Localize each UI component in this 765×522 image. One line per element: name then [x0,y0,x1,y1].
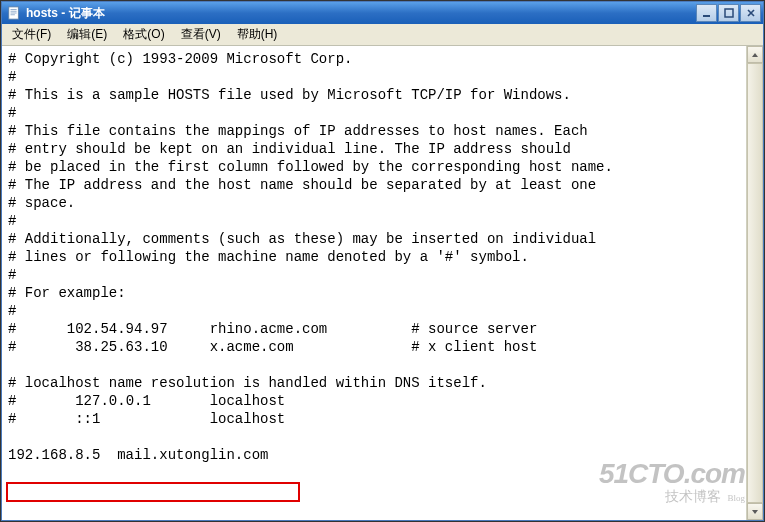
menu-file[interactable]: 文件(F) [4,24,59,45]
scroll-thumb[interactable] [747,63,763,503]
highlight-annotation [6,482,300,502]
menu-format[interactable]: 格式(O) [115,24,172,45]
menu-view[interactable]: 查看(V) [173,24,229,45]
editor-content[interactable]: # Copyright (c) 1993-2009 Microsoft Corp… [2,46,763,468]
notepad-icon [6,5,22,21]
svg-marker-10 [752,510,758,514]
maximize-button[interactable] [718,4,739,22]
minimize-button[interactable] [696,4,717,22]
notepad-window: hosts - 记事本 文件(F) 编辑(E) 格式(O) 查看(V) 帮助(H… [1,1,764,521]
scroll-up-button[interactable] [747,46,763,63]
close-button[interactable] [740,4,761,22]
menubar: 文件(F) 编辑(E) 格式(O) 查看(V) 帮助(H) [2,24,763,46]
watermark-sub: 技术博客Blog [599,488,745,506]
svg-rect-5 [703,15,710,17]
scroll-track[interactable] [747,63,763,503]
menu-help[interactable]: 帮助(H) [229,24,286,45]
menu-edit[interactable]: 编辑(E) [59,24,115,45]
svg-rect-6 [725,9,733,17]
scroll-down-button[interactable] [747,503,763,520]
editor-area[interactable]: # Copyright (c) 1993-2009 Microsoft Corp… [2,46,763,520]
window-controls [696,4,761,22]
svg-marker-9 [752,53,758,57]
window-title: hosts - 记事本 [26,5,696,22]
vertical-scrollbar[interactable] [746,46,763,520]
titlebar[interactable]: hosts - 记事本 [2,2,763,24]
